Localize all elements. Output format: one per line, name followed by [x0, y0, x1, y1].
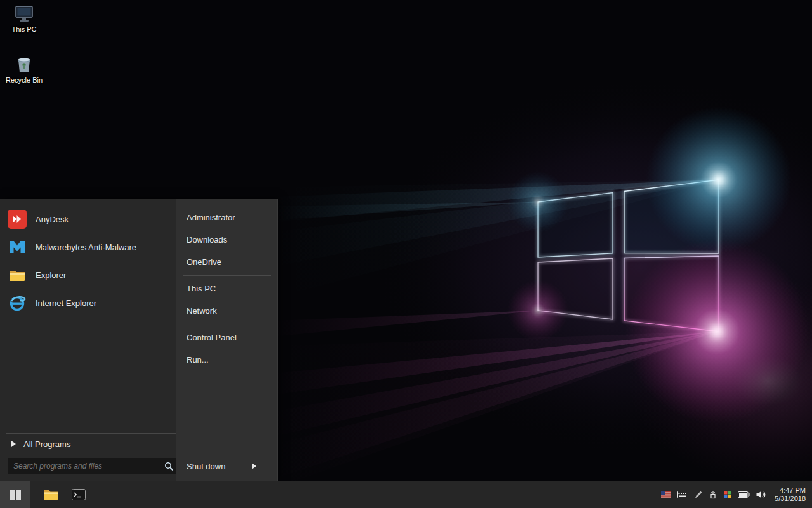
desktop-icon-label: Recycle Bin — [6, 76, 43, 84]
usb-device-icon[interactable] — [709, 490, 717, 499]
start-button[interactable] — [0, 481, 30, 508]
start-search-box — [8, 458, 176, 474]
start-search-input[interactable] — [8, 458, 162, 474]
search-icon[interactable] — [162, 462, 176, 471]
start-menu-item-label: AnyDesk — [36, 215, 69, 224]
desktop-icon-this-pc[interactable]: This PC — [4, 5, 44, 33]
recycle-bin-icon — [15, 55, 33, 74]
start-menu-item-explorer[interactable]: Explorer — [0, 261, 176, 289]
taskbar-command-prompt-button[interactable] — [65, 481, 93, 508]
start-menu-item-label: Internet Explorer — [36, 298, 96, 308]
start-menu-item-malwarebytes[interactable]: Malwarebytes Anti-Malware — [0, 233, 176, 261]
start-menu-right-panel: Administrator Downloads OneDrive This PC… — [176, 199, 277, 481]
this-pc-icon — [14, 5, 34, 23]
start-menu: AnyDesk Malwarebytes Anti-Malware Explor… — [0, 199, 278, 481]
taskbar-clock[interactable]: 4:47 PM 5/31/2018 — [775, 486, 806, 503]
all-programs-label: All Programs — [23, 439, 70, 449]
clock-time: 4:47 PM — [775, 486, 806, 495]
start-menu-link-this-pc[interactable]: This PC — [176, 277, 277, 300]
start-menu-link-downloads[interactable]: Downloads — [176, 229, 277, 251]
start-menu-item-internet-explorer[interactable]: Internet Explorer — [0, 289, 176, 317]
battery-icon[interactable] — [738, 491, 750, 498]
taskbar-file-explorer-button[interactable] — [37, 481, 65, 508]
start-menu-link-label: OneDrive — [187, 257, 221, 267]
shutdown-button[interactable]: Shut down — [187, 462, 225, 471]
start-menu-link-administrator[interactable]: Administrator — [176, 206, 277, 229]
start-menu-separator — [183, 324, 271, 324]
pinned-apps-list: AnyDesk Malwarebytes Anti-Malware Explor… — [0, 199, 176, 317]
start-menu-link-label: This PC — [187, 284, 216, 293]
start-menu-link-onedrive[interactable]: OneDrive — [176, 251, 277, 273]
shutdown-options-arrow-icon[interactable] — [252, 463, 256, 469]
start-menu-link-label: Downloads — [187, 235, 227, 244]
start-menu-item-label: Explorer — [36, 271, 66, 280]
volume-icon[interactable] — [756, 490, 766, 499]
clock-date: 5/31/2018 — [775, 495, 806, 503]
start-menu-left-panel: AnyDesk Malwarebytes Anti-Malware Explor… — [0, 199, 176, 481]
desktop: This PC Recycle Bin AnyDesk — [0, 0, 812, 508]
color-swatch-icon[interactable] — [723, 490, 732, 499]
command-prompt-icon — [72, 489, 86, 500]
pen-icon[interactable] — [694, 490, 703, 499]
start-menu-link-label: Run... — [187, 355, 209, 364]
all-programs-button[interactable]: All Programs — [0, 434, 176, 454]
malwarebytes-icon — [8, 237, 27, 257]
windows-logo-icon — [10, 490, 21, 500]
start-menu-link-label: Administrator — [187, 213, 235, 222]
touch-keyboard-icon[interactable] — [677, 491, 688, 498]
desktop-icon-recycle-bin[interactable]: Recycle Bin — [4, 55, 44, 84]
internet-explorer-icon — [8, 293, 27, 312]
taskbar: 4:47 PM 5/31/2018 — [0, 481, 812, 508]
anydesk-icon — [8, 210, 27, 229]
start-menu-link-label: Control Panel — [187, 333, 237, 342]
start-menu-link-run[interactable]: Run... — [176, 349, 277, 371]
explorer-folder-icon — [8, 265, 27, 284]
start-menu-separator — [183, 275, 271, 276]
start-menu-item-label: Malwarebytes Anti-Malware — [36, 243, 136, 252]
start-menu-link-control-panel[interactable]: Control Panel — [176, 326, 277, 349]
start-menu-link-label: Network — [187, 306, 217, 316]
desktop-icon-label: This PC — [11, 25, 36, 33]
file-explorer-icon — [43, 488, 58, 501]
start-menu-link-network[interactable]: Network — [176, 300, 277, 322]
start-menu-item-anydesk[interactable]: AnyDesk — [0, 205, 176, 233]
all-programs-arrow-icon — [11, 441, 16, 447]
language-us-flag-icon[interactable] — [661, 491, 671, 498]
system-tray: 4:47 PM 5/31/2018 — [661, 481, 812, 508]
